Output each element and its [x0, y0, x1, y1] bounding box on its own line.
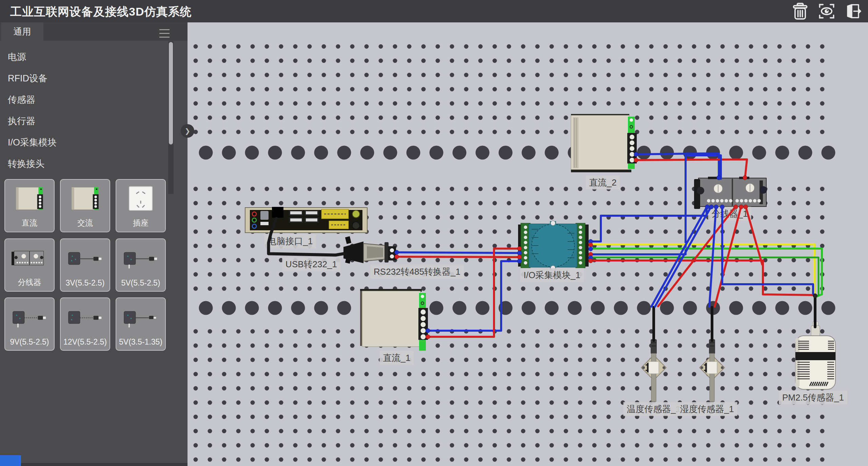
tab-general[interactable]: 通用: [1, 22, 43, 41]
socket-icon: [116, 182, 165, 217]
app-title: 工业互联网设备及接线3D仿真系统: [10, 4, 192, 20]
label-temp-sensor: 温度传感器_1: [624, 402, 684, 416]
sidebar-scrollbar-thumb[interactable]: [169, 42, 173, 144]
sidebar-item-rfid[interactable]: RFID设备: [0, 69, 174, 88]
palette-tile-12v[interactable]: 12V(5.5-2.5): [60, 297, 110, 351]
label-rs232-485: RS232转485转换器_1: [370, 265, 464, 279]
round-vent-bottom: [352, 222, 360, 229]
sidebar-item-actuator[interactable]: 执行器: [0, 112, 174, 131]
audio-jack-blue: [252, 224, 256, 228]
device-io-module[interactable]: [518, 221, 589, 270]
audio-jack-red: [252, 212, 256, 216]
palette-tile-5v[interactable]: 5V(5.5-2.5): [116, 238, 166, 292]
audio-jack-green: [252, 218, 256, 222]
dc-power-icon: [5, 182, 54, 217]
power-adapter-icon: [61, 300, 110, 335]
tab-strip: 通用: [0, 22, 188, 41]
label-io-module: I/O采集模块_1: [520, 268, 584, 282]
round-vent-top: [352, 210, 360, 218]
label-dc-2: 直流_2: [586, 176, 620, 190]
sidebar-item-sensor[interactable]: 传感器: [0, 90, 174, 109]
power-adapter-icon: [61, 241, 110, 276]
palette-tile-ac[interactable]: 交流: [60, 179, 110, 232]
device-dc-power-2[interactable]: [571, 114, 637, 172]
usb-plug: [272, 207, 283, 218]
sidebar-item-io-module[interactable]: I/O采集模块: [0, 133, 174, 152]
exit-door-icon[interactable]: [844, 2, 862, 20]
palette-tile-socket[interactable]: 插座: [116, 179, 166, 232]
device-pc-interface[interactable]: [245, 207, 367, 233]
power-adapter-icon: [116, 300, 165, 335]
label-humidity-sensor: 湿度传感器_1: [677, 402, 737, 416]
simulation-app: { "app": { "title": "工业互联网设备及接线3D仿真系统" }…: [0, 0, 868, 466]
palette-tile-3v[interactable]: 3V(5.5-2.5): [60, 238, 110, 292]
sidebar-collapse-arrow[interactable]: ❯: [181, 124, 194, 138]
menu-hamburger-icon[interactable]: [159, 29, 170, 38]
device-dc-power-1[interactable]: [360, 289, 428, 351]
bottom-left-blue-badge: [0, 455, 21, 466]
preview-eye-icon[interactable]: [818, 2, 835, 20]
label-dc-1: 直流_1: [380, 351, 414, 365]
ac-power-icon: [61, 182, 110, 217]
palette-tile-9v[interactable]: 9V(5.5-2.5): [4, 297, 55, 351]
sidebar-item-adapter[interactable]: 转换接头: [0, 154, 174, 173]
palette-tile-splitter[interactable]: 分线器: [4, 238, 55, 292]
title-bar: 工业互联网设备及接线3D仿真系统: [0, 0, 868, 22]
label-pc-interface: 电脑接口_1: [264, 234, 316, 248]
power-adapter-icon: [5, 300, 54, 335]
delete-trash-icon[interactable]: [791, 2, 809, 20]
label-splitter: 分线器_1: [708, 207, 751, 221]
label-pm25-sensor: PM2.5传感器_1: [779, 391, 847, 405]
sidebar-item-power[interactable]: 电源: [0, 47, 174, 66]
palette-tile-5v-2[interactable]: 5V(3.5-1.35): [116, 297, 166, 351]
sidebar-bottom-strip: [0, 463, 188, 466]
device-splitter[interactable]: [694, 177, 767, 209]
splitter-icon: [5, 241, 54, 276]
power-adapter-icon: [116, 241, 165, 276]
label-usb-232: USB转232_1: [282, 257, 340, 271]
palette-tile-dc[interactable]: 直流: [4, 179, 55, 232]
component-sidebar: 通用 电源 RFID设备 传感器 执行器 I/O采集模块 转换接头 直流 交流 …: [0, 22, 188, 466]
